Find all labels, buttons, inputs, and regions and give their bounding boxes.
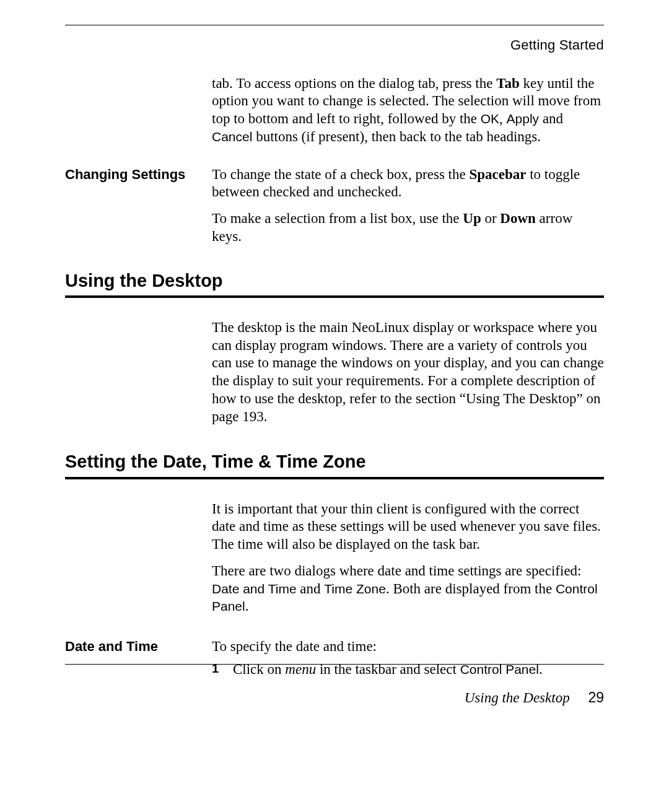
date-time-dialog-label: Date and Time — [212, 582, 297, 596]
date-time-intro: To specify the date and time: — [212, 638, 604, 656]
intro-row: tab. To access options on the dialog tab… — [65, 75, 604, 155]
intro-body: tab. To access options on the dialog tab… — [212, 75, 604, 155]
top-rule — [65, 25, 604, 25]
date-time-label: Date and Time — [65, 638, 212, 655]
setting-dtz-p2: There are two dialogs where date and tim… — [212, 562, 604, 616]
using-desktop-heading: Using the Desktop — [65, 269, 604, 292]
date-time-body: To specify the date and time: 1 Click on… — [212, 638, 604, 679]
breadcrumb-text: Getting Started — [510, 37, 604, 53]
changing-settings-p2: To make a selection from a list box, use… — [212, 210, 604, 246]
tab-key: Tab — [496, 76, 520, 91]
heading-rule — [65, 295, 604, 298]
heading-rule-2 — [65, 477, 604, 479]
setting-dtz-heading: Setting the Date, Time & Time Zone — [65, 450, 604, 473]
running-head: Getting Started — [65, 37, 604, 54]
down-key: Down — [500, 211, 536, 226]
using-desktop-section: Using the Desktop The desktop is the mai… — [65, 269, 604, 435]
setting-dtz-body: It is important that your thin client is… — [212, 500, 604, 625]
setting-dtz-row: It is important that your thin client is… — [65, 500, 604, 625]
setting-dtz-section: Setting the Date, Time & Time Zone It is… — [65, 450, 604, 624]
changing-settings-label: Changing Settings — [65, 166, 212, 183]
manual-page: Getting Started tab. To access options o… — [0, 0, 669, 812]
date-time-row: Date and Time To specify the date and ti… — [65, 638, 604, 679]
intro-paragraph: tab. To access options on the dialog tab… — [212, 75, 604, 146]
using-desktop-body: The desktop is the main NeoLinux display… — [212, 319, 604, 435]
setting-dtz-p1: It is important that your thin client is… — [212, 500, 604, 554]
page-footer: Using the Desktop 29 — [65, 689, 604, 707]
ok-label: OK — [481, 111, 499, 126]
footer-page-number: 29 — [588, 689, 604, 705]
apply-label: Apply — [507, 111, 540, 126]
bottom-rule — [65, 664, 604, 665]
time-zone-dialog-label: Time Zone — [324, 582, 386, 596]
spacebar-key: Spacebar — [469, 167, 526, 182]
using-desktop-row: The desktop is the main NeoLinux display… — [65, 319, 604, 435]
changing-settings-p1: To change the state of a check box, pres… — [212, 166, 604, 202]
using-desktop-p1: The desktop is the main NeoLinux display… — [212, 319, 604, 426]
footer-section-title: Using the Desktop — [465, 690, 570, 705]
up-key: Up — [463, 211, 481, 226]
changing-settings-row: Changing Settings To change the state of… — [65, 166, 604, 255]
cancel-label: Cancel — [212, 129, 252, 144]
changing-settings-body: To change the state of a check box, pres… — [212, 166, 604, 255]
